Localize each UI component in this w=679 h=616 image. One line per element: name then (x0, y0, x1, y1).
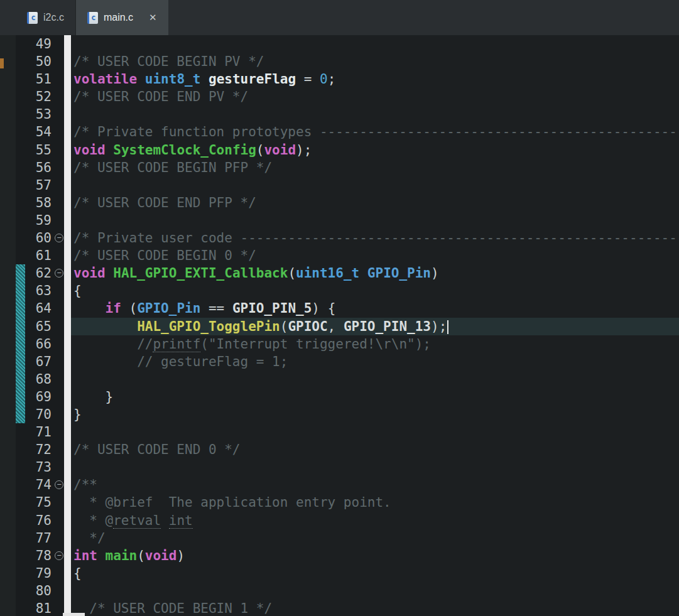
code-text[interactable]: void HAL_GPIO_EXTI_Callback(uint16_t GPI… (71, 264, 679, 282)
line-number[interactable]: 68 (25, 370, 55, 388)
code-text[interactable]: volatile uint8_t gestureFlag = 0; (71, 70, 679, 88)
code-line[interactable]: 62−void HAL_GPIO_EXTI_Callback(uint16_t … (16, 264, 679, 282)
code-text[interactable]: { (71, 565, 679, 582)
code-text[interactable] (71, 582, 679, 600)
close-tab-icon[interactable]: ✕ (149, 12, 157, 23)
line-number[interactable]: 65 (25, 318, 55, 335)
line-number[interactable]: 77 (25, 529, 55, 547)
code-text[interactable]: /* Private function prototypes ---------… (71, 123, 679, 141)
code-text[interactable]: /** (71, 476, 679, 494)
code-text[interactable]: /* Private user code -------------------… (71, 229, 679, 247)
tab-i2c-c[interactable]: c i2c.c (16, 0, 76, 35)
code-line[interactable]: 55void SystemClock_Config(void); (16, 141, 679, 159)
fold-gutter[interactable]: − (55, 547, 64, 565)
code-line[interactable]: 64 if (GPIO_Pin == GPIO_PIN_5) { (16, 300, 679, 317)
annotation-ruler[interactable] (0, 35, 16, 616)
line-number[interactable]: 51 (25, 70, 55, 88)
code-line[interactable]: 56/* USER CODE BEGIN PFP */ (16, 159, 679, 176)
line-number[interactable]: 62 (25, 264, 55, 282)
code-text[interactable]: /* USER CODE END PFP */ (71, 194, 679, 212)
code-text[interactable]: { (71, 282, 679, 300)
code-line[interactable]: 77 */ (16, 529, 679, 547)
line-number[interactable]: 78 (25, 547, 55, 565)
code-line[interactable]: 69 } (16, 388, 679, 406)
code-line[interactable]: 74−/** (16, 476, 679, 494)
fold-collapse-icon[interactable]: − (55, 234, 63, 242)
code-text[interactable]: HAL_GPIO_TogglePin(GPIOC, GPIO_PIN_13); (71, 318, 679, 335)
line-number[interactable]: 67 (25, 353, 55, 370)
line-number[interactable]: 55 (25, 141, 55, 159)
code-line[interactable]: 57 (16, 176, 679, 194)
code-text[interactable] (71, 458, 679, 476)
code-text[interactable]: void SystemClock_Config(void); (71, 141, 679, 159)
code-text[interactable]: */ (71, 529, 679, 547)
code-line[interactable]: 68 (16, 370, 679, 388)
code-line[interactable]: 52/* USER CODE END PV */ (16, 88, 679, 105)
fold-gutter[interactable]: − (55, 264, 64, 282)
fold-collapse-icon[interactable]: − (55, 269, 63, 278)
code-line[interactable]: 79{ (16, 565, 679, 582)
code-line[interactable]: 65 HAL_GPIO_TogglePin(GPIOC, GPIO_PIN_13… (16, 318, 679, 335)
line-number[interactable]: 60 (25, 229, 55, 247)
line-number[interactable]: 52 (25, 88, 55, 105)
code-text[interactable] (71, 105, 679, 123)
line-number[interactable]: 50 (25, 53, 55, 70)
code-text[interactable]: } (71, 406, 679, 423)
code-line[interactable]: 61/* USER CODE BEGIN 0 */ (16, 247, 679, 264)
code-text[interactable]: /* USER CODE BEGIN PFP */ (71, 159, 679, 176)
code-line[interactable]: 50/* USER CODE BEGIN PV */ (16, 53, 679, 70)
line-number[interactable]: 49 (25, 35, 55, 53)
line-number[interactable]: 53 (25, 105, 55, 123)
horizontal-scrollbar-thumb[interactable] (63, 613, 85, 616)
code-text[interactable]: /* USER CODE END 0 */ (71, 441, 679, 458)
code-text[interactable]: //printf("Interrupt triggered!\r\n"); (71, 335, 679, 353)
code-line[interactable]: 80 (16, 582, 679, 600)
code-text[interactable]: /* USER CODE BEGIN 1 */ (71, 600, 679, 616)
code-line[interactable]: 81 /* USER CODE BEGIN 1 */ (16, 600, 679, 616)
code-line[interactable]: 63{ (16, 282, 679, 300)
code-editor[interactable]: 4950/* USER CODE BEGIN PV */51volatile u… (0, 35, 679, 616)
code-text[interactable] (71, 423, 679, 441)
code-line[interactable]: 76 * @retval int (16, 512, 679, 529)
code-line[interactable]: 51volatile uint8_t gestureFlag = 0; (16, 70, 679, 88)
code-line[interactable]: 72/* USER CODE END 0 */ (16, 441, 679, 458)
code-text[interactable] (71, 176, 679, 194)
code-text[interactable]: * @brief The application entry point. (71, 494, 679, 511)
line-number[interactable]: 61 (25, 247, 55, 264)
tab-main-c[interactable]: c main.c ✕ (76, 0, 168, 35)
code-text[interactable]: int main(void) (71, 547, 679, 565)
line-number[interactable]: 71 (25, 423, 55, 441)
code-line[interactable]: 70} (16, 406, 679, 423)
line-number[interactable]: 59 (25, 212, 55, 229)
code-line[interactable]: 58/* USER CODE END PFP */ (16, 194, 679, 212)
line-number[interactable]: 73 (25, 458, 55, 476)
line-number[interactable]: 81 (25, 600, 55, 616)
code-line[interactable]: 49 (16, 35, 679, 53)
code-lines[interactable]: 4950/* USER CODE BEGIN PV */51volatile u… (16, 35, 679, 616)
code-line[interactable]: 53 (16, 105, 679, 123)
code-line[interactable]: 54/* Private function prototypes -------… (16, 123, 679, 141)
code-text[interactable]: * @retval int (71, 512, 679, 529)
code-text[interactable]: /* USER CODE BEGIN 0 */ (71, 247, 679, 264)
code-line[interactable]: 71 (16, 423, 679, 441)
line-number[interactable]: 64 (25, 300, 55, 317)
annotation-marker[interactable] (0, 58, 4, 68)
code-line[interactable]: 66 //printf("Interrupt triggered!\r\n"); (16, 335, 679, 353)
line-number[interactable]: 66 (25, 335, 55, 353)
line-number[interactable]: 74 (25, 476, 55, 494)
line-number[interactable]: 80 (25, 582, 55, 600)
line-number[interactable]: 54 (25, 123, 55, 141)
fold-collapse-icon[interactable]: − (55, 551, 63, 560)
line-number[interactable]: 72 (25, 441, 55, 458)
fold-gutter[interactable]: − (55, 229, 64, 247)
code-text[interactable]: /* USER CODE BEGIN PV */ (71, 53, 679, 70)
fold-gutter[interactable]: − (55, 476, 64, 494)
fold-collapse-icon[interactable]: − (55, 480, 63, 489)
code-text[interactable] (71, 370, 679, 388)
code-text[interactable]: if (GPIO_Pin == GPIO_PIN_5) { (71, 300, 679, 317)
code-line[interactable]: 67 // gestureFlag = 1; (16, 353, 679, 370)
code-text[interactable]: } (71, 388, 679, 406)
line-number[interactable]: 69 (25, 388, 55, 406)
code-line[interactable]: 59 (16, 212, 679, 229)
line-number[interactable]: 56 (25, 159, 55, 176)
